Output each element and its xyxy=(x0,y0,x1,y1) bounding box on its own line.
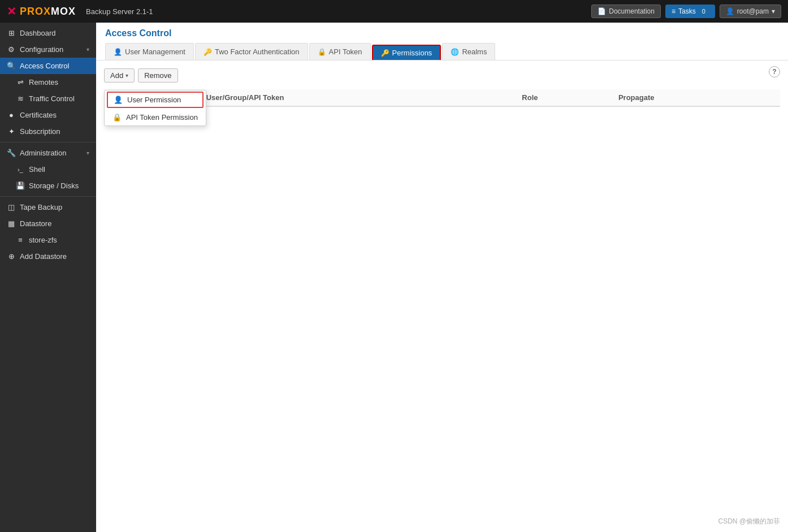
sidebar-item-store-zfs[interactable]: ≡ store-zfs xyxy=(0,232,96,248)
main-content: Access Control 👤 User Management 🔑 Two F… xyxy=(96,23,788,532)
col-user-group: User/Group/API Token xyxy=(201,89,517,106)
page-title: Access Control xyxy=(105,28,779,38)
layout: ⊞ Dashboard ⚙ Configuration ▾ 🔍 Access C… xyxy=(0,23,788,532)
proxmox-logo: ✕ PROXMOX xyxy=(7,5,76,18)
chevron-down-icon: ▾ xyxy=(86,150,89,156)
help-icon[interactable]: ? xyxy=(769,66,780,77)
user-dropdown-icon: ▾ xyxy=(772,7,775,15)
topbar: ✕ PROXMOX Backup Server 2.1-1 📄 Document… xyxy=(0,0,788,23)
realms-icon: 🌐 xyxy=(451,48,459,56)
sidebar-item-label: store-zfs xyxy=(29,236,57,244)
dropdown-item-api-token-permission[interactable]: 🔒 API Token Permission xyxy=(105,109,206,126)
sidebar-item-label: Access Control xyxy=(20,62,69,70)
permissions-icon: 🔑 xyxy=(381,49,389,57)
topbar-right: 📄 Documentation ≡ Tasks 0 👤 root@pam ▾ xyxy=(591,5,781,18)
remotes-icon: ⇌ xyxy=(16,78,25,86)
topbar-left: ✕ PROXMOX Backup Server 2.1-1 xyxy=(7,5,153,18)
sidebar-item-label: Configuration xyxy=(20,45,63,54)
sidebar-item-label: Traffic Control xyxy=(29,94,75,103)
api-token-permission-icon: 🔒 xyxy=(112,113,122,122)
sidebar-item-traffic-control[interactable]: ≋ Traffic Control xyxy=(0,90,96,107)
add-dropdown-menu: 👤 User Permission 🔒 API Token Permission xyxy=(104,90,206,126)
doc-icon: 📄 xyxy=(598,7,606,15)
sidebar-item-tape-backup[interactable]: ◫ Tape Backup xyxy=(0,199,96,215)
traffic-icon: ≋ xyxy=(16,94,25,103)
sidebar-item-label: Tape Backup xyxy=(20,203,62,211)
administration-icon: 🔧 xyxy=(7,149,16,157)
api-token-icon: 🔒 xyxy=(318,48,326,56)
app-title: Backup Server 2.1-1 xyxy=(86,7,153,16)
user-icon: 👤 xyxy=(726,7,734,15)
sidebar-item-label: Certificates xyxy=(20,111,57,119)
sidebar-item-configuration[interactable]: ⚙ Configuration ▾ xyxy=(0,41,96,58)
tasks-badge: 0 xyxy=(699,7,709,15)
sidebar-item-label: Add Datastore xyxy=(20,252,67,261)
sidebar-item-label: Remotes xyxy=(29,78,58,86)
add-datastore-icon: ⊕ xyxy=(7,252,16,261)
tab-two-factor-auth[interactable]: 🔑 Two Factor Authentication xyxy=(195,43,308,60)
access-control-icon: 🔍 xyxy=(7,62,16,70)
chevron-down-icon: ▾ xyxy=(86,46,89,53)
user-management-icon: 👤 xyxy=(114,48,122,56)
content-area: ? Add ▾ Remove 👤 User Permission 🔒 xyxy=(96,60,788,532)
sidebar-item-administration[interactable]: 🔧 Administration ▾ xyxy=(0,145,96,161)
sidebar-item-access-control[interactable]: 🔍 Access Control xyxy=(0,58,96,74)
sidebar-item-shell[interactable]: ›_ Shell xyxy=(0,161,96,178)
store-icon: ≡ xyxy=(16,236,25,244)
storage-icon: 💾 xyxy=(16,181,25,190)
col-role: Role xyxy=(516,89,613,106)
sidebar-item-label: Administration xyxy=(20,149,66,157)
tape-icon: ◫ xyxy=(7,203,16,211)
shell-icon: ›_ xyxy=(16,166,25,173)
sidebar-item-subscription[interactable]: ✦ Subscription xyxy=(0,123,96,140)
datastore-icon: ▦ xyxy=(7,219,16,228)
remove-button[interactable]: Remove xyxy=(138,68,177,83)
sidebar-item-label: Dashboard xyxy=(20,29,56,37)
sidebar-item-dashboard[interactable]: ⊞ Dashboard xyxy=(0,25,96,41)
user-permission-icon: 👤 xyxy=(114,96,123,104)
sidebar-item-storage-disks[interactable]: 💾 Storage / Disks xyxy=(0,178,96,194)
tab-permissions[interactable]: 🔑 Permissions xyxy=(372,45,441,60)
two-factor-icon: 🔑 xyxy=(204,48,212,56)
logo-x: ✕ xyxy=(7,5,16,18)
certificates-icon: ● xyxy=(7,111,16,119)
col-propagate: Propagate xyxy=(613,89,780,106)
sidebar: ⊞ Dashboard ⚙ Configuration ▾ 🔍 Access C… xyxy=(0,23,96,532)
tab-user-management[interactable]: 👤 User Management xyxy=(105,43,194,60)
tasks-icon: ≡ xyxy=(672,7,676,15)
tab-realms[interactable]: 🌐 Realms xyxy=(442,43,495,60)
dropdown-item-user-permission[interactable]: 👤 User Permission xyxy=(107,92,204,108)
user-button[interactable]: 👤 root@pam ▾ xyxy=(720,5,781,18)
add-dropdown-arrow-icon: ▾ xyxy=(125,72,128,79)
configuration-icon: ⚙ xyxy=(7,45,16,54)
watermark: CSDN @偷懒的加菲 xyxy=(718,517,780,526)
sidebar-item-label: Storage / Disks xyxy=(29,181,79,190)
sidebar-item-certificates[interactable]: ● Certificates xyxy=(0,107,96,123)
sidebar-item-label: Datastore xyxy=(20,219,51,228)
page-header: Access Control 👤 User Management 🔑 Two F… xyxy=(96,23,788,60)
sidebar-item-label: Subscription xyxy=(20,127,60,136)
tasks-button[interactable]: ≡ Tasks 0 xyxy=(665,5,715,18)
tab-api-token[interactable]: 🔒 API Token xyxy=(309,43,371,60)
toolbar: Add ▾ Remove xyxy=(104,68,780,83)
sidebar-divider xyxy=(0,142,96,142)
sidebar-item-label: Shell xyxy=(29,165,45,174)
sidebar-item-datastore[interactable]: ▦ Datastore xyxy=(0,215,96,232)
tabs-container: 👤 User Management 🔑 Two Factor Authentic… xyxy=(105,43,779,60)
documentation-button[interactable]: 📄 Documentation xyxy=(591,5,661,18)
sidebar-divider2 xyxy=(0,196,96,197)
dashboard-icon: ⊞ xyxy=(7,29,16,37)
add-button[interactable]: Add ▾ xyxy=(104,68,135,83)
subscription-icon: ✦ xyxy=(7,127,16,136)
sidebar-item-remotes[interactable]: ⇌ Remotes xyxy=(0,74,96,90)
logo-text: PROXMOX xyxy=(20,6,76,18)
sidebar-item-add-datastore[interactable]: ⊕ Add Datastore xyxy=(0,248,96,265)
